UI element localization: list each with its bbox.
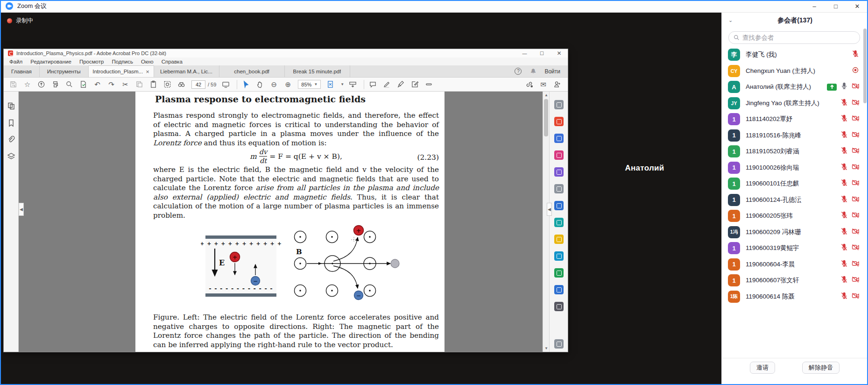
save-icon[interactable] xyxy=(9,80,17,89)
document-tab[interactable]: chen_book.pdf xyxy=(219,65,285,77)
attachments-paperclip-icon[interactable] xyxy=(7,135,15,144)
participant-row[interactable]: CY Chengxun Yuan (主持人) xyxy=(722,63,865,79)
search-icon[interactable] xyxy=(65,80,73,89)
mic-off-icon[interactable] xyxy=(852,50,859,59)
camera-off-icon[interactable] xyxy=(852,99,859,108)
camera-off-icon[interactable] xyxy=(852,82,859,92)
mic-off-icon[interactable] xyxy=(840,260,848,269)
expand-tools-panel-icon[interactable] xyxy=(554,339,564,349)
mic-off-icon[interactable] xyxy=(840,195,848,205)
mic-off-icon[interactable] xyxy=(840,211,848,221)
add-person-icon[interactable] xyxy=(553,80,561,89)
close-button[interactable]: ✕ xyxy=(847,0,868,12)
chevron-down-icon[interactable]: ▼ xyxy=(340,82,344,86)
menu-item[interactable]: Справка xyxy=(162,59,183,64)
find-binoculars-icon[interactable] xyxy=(177,80,185,89)
menu-item[interactable]: Редактирование xyxy=(30,59,71,64)
acrobat-maximize-button[interactable]: ☐ xyxy=(533,49,550,57)
camera-off-icon[interactable] xyxy=(852,114,859,124)
document-area[interactable]: Plasma response to electromagnetic field… xyxy=(19,92,543,352)
mic-off-icon[interactable] xyxy=(840,163,848,172)
create-pdf-icon[interactable] xyxy=(554,134,564,143)
camera-off-icon[interactable] xyxy=(852,260,859,269)
camera-off-icon[interactable] xyxy=(852,292,859,301)
maximize-button[interactable]: □ xyxy=(825,0,847,12)
document-tab[interactable]: Break 15 minute.pdf xyxy=(285,65,350,77)
whiteout-line-icon[interactable] xyxy=(425,80,433,89)
share-link-icon[interactable] xyxy=(525,80,533,89)
copy-icon[interactable] xyxy=(135,80,143,89)
camera-off-icon[interactable] xyxy=(852,147,859,156)
zoom-out-icon[interactable]: ⊖ xyxy=(270,80,278,89)
export-pdf-icon[interactable] xyxy=(554,117,564,126)
unmute-all-button[interactable]: 解除静音 xyxy=(802,362,840,374)
cut-icon[interactable]: ✂︎ xyxy=(121,80,129,89)
participant-row[interactable]: 1 1190600101任忠麒 xyxy=(722,176,865,192)
document-tab[interactable]: Lieberman M.A., Lic... xyxy=(154,65,219,77)
participant-row[interactable]: 1 1190600205张玮 xyxy=(722,208,865,224)
organize-pages-icon[interactable] xyxy=(554,218,564,227)
participant-row[interactable]: 1 1190600604-李晨 xyxy=(722,257,865,273)
participant-row[interactable]: 1 1181910516-陈兆峰 xyxy=(722,128,865,144)
camera-off-icon[interactable] xyxy=(852,163,859,172)
edit-document-icon[interactable] xyxy=(411,80,419,89)
menu-item[interactable]: Подпись xyxy=(112,59,133,64)
participant-row[interactable]: 李 李健飞 (我) xyxy=(722,47,865,63)
comment-icon[interactable] xyxy=(554,201,564,210)
mic-off-icon[interactable] xyxy=(840,114,848,124)
certify-document-icon[interactable] xyxy=(79,80,87,89)
snapshot-icon[interactable] xyxy=(163,80,171,89)
fill-sign-icon[interactable] xyxy=(554,184,564,193)
camera-off-icon[interactable] xyxy=(852,195,859,205)
acrobat-minimize-button[interactable]: — xyxy=(516,49,533,57)
measure-icon[interactable] xyxy=(554,251,564,261)
participant-row[interactable]: 1 1190600319黄鲲宇 xyxy=(722,240,865,257)
participant-row[interactable]: 1 1181910520刘睿涵 xyxy=(722,143,865,160)
print-icon[interactable] xyxy=(51,80,59,89)
panel-scrollbar-thumb[interactable] xyxy=(863,29,867,103)
scroll-up-icon[interactable]: ▲ xyxy=(543,93,550,97)
redo-icon[interactable]: ↷ xyxy=(107,80,115,89)
page-width-icon[interactable] xyxy=(349,80,357,89)
camera-off-icon[interactable] xyxy=(852,228,859,237)
menu-item[interactable]: Просмотр xyxy=(79,59,104,64)
participant-search-input[interactable]: 查找参会者 xyxy=(728,31,860,44)
menu-item[interactable]: Окно xyxy=(141,59,154,64)
document-scrollbar[interactable]: ▲ ▼ xyxy=(543,92,549,352)
protect-icon[interactable] xyxy=(554,285,564,294)
mic-off-icon[interactable] xyxy=(840,276,848,285)
mic-off-icon[interactable] xyxy=(840,147,848,156)
mic-on-icon[interactable] xyxy=(840,82,848,92)
camera-off-icon[interactable] xyxy=(852,211,859,221)
mic-off-icon[interactable] xyxy=(840,292,848,301)
mic-off-icon[interactable] xyxy=(840,179,848,188)
mic-off-icon[interactable] xyxy=(840,99,848,108)
zoom-in-icon[interactable]: ⊕ xyxy=(284,80,292,89)
tab-close-icon[interactable]: × xyxy=(146,68,149,75)
collapse-left-pane-icon[interactable]: ◀ xyxy=(19,203,24,216)
comment-icon[interactable] xyxy=(369,80,377,89)
fit-page-icon[interactable] xyxy=(326,80,334,89)
favorite-star-icon[interactable]: ☆ xyxy=(23,80,31,89)
mic-off-icon[interactable] xyxy=(840,243,848,253)
collapse-tools-pane-icon[interactable]: ◀ xyxy=(547,203,552,216)
send-icon[interactable] xyxy=(554,302,564,311)
notifications-bell-icon[interactable]: 🔔︎ xyxy=(530,68,536,75)
menu-item[interactable]: Файл xyxy=(9,59,22,64)
zoom-level-select[interactable]: 85%▼ xyxy=(298,80,321,89)
participant-row[interactable]: 1 1190600607张文轩 xyxy=(722,272,865,289)
undo-icon[interactable]: ↶ xyxy=(93,80,101,89)
share-file-icon[interactable] xyxy=(37,80,45,89)
camera-off-icon[interactable] xyxy=(852,276,859,285)
find-tools-icon[interactable] xyxy=(554,100,564,109)
participant-row[interactable]: 1陈 1190600614 陈聂 xyxy=(722,289,865,305)
bookmarks-icon[interactable] xyxy=(7,119,15,127)
participant-row[interactable]: 1冯 1190600209 冯林珊 xyxy=(722,224,865,241)
tab-home[interactable]: Главная xyxy=(4,65,40,77)
page-number-input[interactable]: 42 xyxy=(191,80,205,89)
mic-off-icon[interactable] xyxy=(840,131,848,140)
layers-icon[interactable] xyxy=(7,152,15,161)
participant-row[interactable]: A Анатолий (联席主持人) xyxy=(722,79,865,95)
scroll-down-icon[interactable]: ▼ xyxy=(543,346,550,350)
select-cursor-icon[interactable] xyxy=(242,80,250,89)
